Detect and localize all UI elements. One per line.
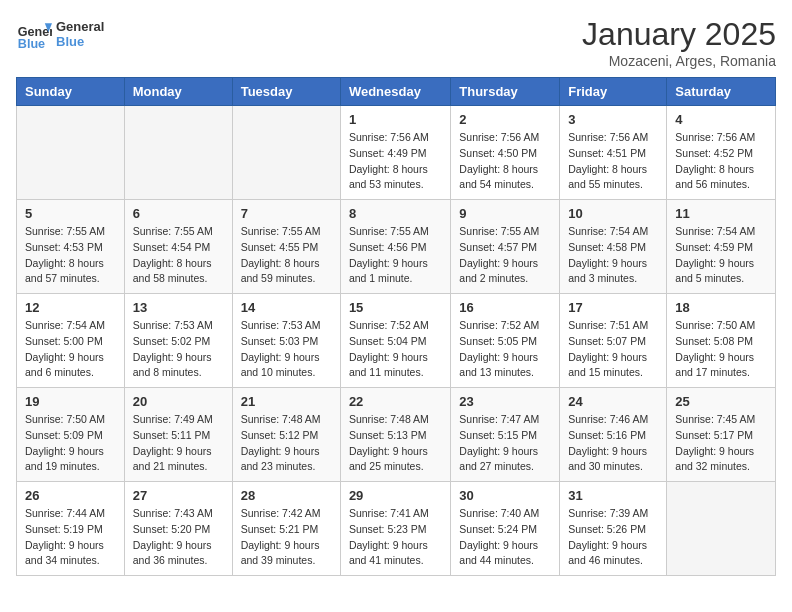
- calendar-cell: 14Sunrise: 7:53 AM Sunset: 5:03 PM Dayli…: [232, 294, 340, 388]
- calendar-week-row: 26Sunrise: 7:44 AM Sunset: 5:19 PM Dayli…: [17, 482, 776, 576]
- calendar-table: SundayMondayTuesdayWednesdayThursdayFrid…: [16, 77, 776, 576]
- day-number: 18: [675, 300, 767, 315]
- calendar-header-row: SundayMondayTuesdayWednesdayThursdayFrid…: [17, 78, 776, 106]
- day-info: Sunrise: 7:55 AM Sunset: 4:53 PM Dayligh…: [25, 224, 116, 287]
- day-number: 26: [25, 488, 116, 503]
- calendar-cell: 19Sunrise: 7:50 AM Sunset: 5:09 PM Dayli…: [17, 388, 125, 482]
- day-number: 30: [459, 488, 551, 503]
- day-number: 6: [133, 206, 224, 221]
- day-info: Sunrise: 7:52 AM Sunset: 5:04 PM Dayligh…: [349, 318, 442, 381]
- header-monday: Monday: [124, 78, 232, 106]
- calendar-cell: 30Sunrise: 7:40 AM Sunset: 5:24 PM Dayli…: [451, 482, 560, 576]
- calendar-cell: [667, 482, 776, 576]
- logo-general-text: General: [56, 19, 104, 34]
- svg-text:Blue: Blue: [18, 37, 45, 51]
- day-info: Sunrise: 7:48 AM Sunset: 5:12 PM Dayligh…: [241, 412, 332, 475]
- day-number: 16: [459, 300, 551, 315]
- header-sunday: Sunday: [17, 78, 125, 106]
- day-info: Sunrise: 7:54 AM Sunset: 4:58 PM Dayligh…: [568, 224, 658, 287]
- day-info: Sunrise: 7:50 AM Sunset: 5:08 PM Dayligh…: [675, 318, 767, 381]
- day-number: 25: [675, 394, 767, 409]
- day-info: Sunrise: 7:53 AM Sunset: 5:03 PM Dayligh…: [241, 318, 332, 381]
- calendar-cell: 15Sunrise: 7:52 AM Sunset: 5:04 PM Dayli…: [340, 294, 450, 388]
- day-number: 4: [675, 112, 767, 127]
- calendar-cell: 8Sunrise: 7:55 AM Sunset: 4:56 PM Daylig…: [340, 200, 450, 294]
- day-info: Sunrise: 7:51 AM Sunset: 5:07 PM Dayligh…: [568, 318, 658, 381]
- calendar-cell: 20Sunrise: 7:49 AM Sunset: 5:11 PM Dayli…: [124, 388, 232, 482]
- calendar-cell: 26Sunrise: 7:44 AM Sunset: 5:19 PM Dayli…: [17, 482, 125, 576]
- day-info: Sunrise: 7:44 AM Sunset: 5:19 PM Dayligh…: [25, 506, 116, 569]
- calendar-cell: [124, 106, 232, 200]
- day-info: Sunrise: 7:54 AM Sunset: 4:59 PM Dayligh…: [675, 224, 767, 287]
- day-number: 13: [133, 300, 224, 315]
- day-number: 3: [568, 112, 658, 127]
- day-number: 7: [241, 206, 332, 221]
- title-area: January 2025 Mozaceni, Arges, Romania: [582, 16, 776, 69]
- day-info: Sunrise: 7:52 AM Sunset: 5:05 PM Dayligh…: [459, 318, 551, 381]
- location-subtitle: Mozaceni, Arges, Romania: [582, 53, 776, 69]
- calendar-cell: 18Sunrise: 7:50 AM Sunset: 5:08 PM Dayli…: [667, 294, 776, 388]
- calendar-week-row: 1Sunrise: 7:56 AM Sunset: 4:49 PM Daylig…: [17, 106, 776, 200]
- calendar-cell: 4Sunrise: 7:56 AM Sunset: 4:52 PM Daylig…: [667, 106, 776, 200]
- calendar-cell: 17Sunrise: 7:51 AM Sunset: 5:07 PM Dayli…: [560, 294, 667, 388]
- day-info: Sunrise: 7:47 AM Sunset: 5:15 PM Dayligh…: [459, 412, 551, 475]
- calendar-cell: 29Sunrise: 7:41 AM Sunset: 5:23 PM Dayli…: [340, 482, 450, 576]
- month-title: January 2025: [582, 16, 776, 53]
- day-info: Sunrise: 7:40 AM Sunset: 5:24 PM Dayligh…: [459, 506, 551, 569]
- calendar-cell: 10Sunrise: 7:54 AM Sunset: 4:58 PM Dayli…: [560, 200, 667, 294]
- calendar-cell: 21Sunrise: 7:48 AM Sunset: 5:12 PM Dayli…: [232, 388, 340, 482]
- calendar-week-row: 12Sunrise: 7:54 AM Sunset: 5:00 PM Dayli…: [17, 294, 776, 388]
- day-number: 15: [349, 300, 442, 315]
- calendar-cell: 11Sunrise: 7:54 AM Sunset: 4:59 PM Dayli…: [667, 200, 776, 294]
- header-wednesday: Wednesday: [340, 78, 450, 106]
- calendar-cell: 2Sunrise: 7:56 AM Sunset: 4:50 PM Daylig…: [451, 106, 560, 200]
- day-number: 10: [568, 206, 658, 221]
- day-info: Sunrise: 7:48 AM Sunset: 5:13 PM Dayligh…: [349, 412, 442, 475]
- day-number: 27: [133, 488, 224, 503]
- calendar-cell: 25Sunrise: 7:45 AM Sunset: 5:17 PM Dayli…: [667, 388, 776, 482]
- calendar-cell: 22Sunrise: 7:48 AM Sunset: 5:13 PM Dayli…: [340, 388, 450, 482]
- logo: General Blue General Blue: [16, 16, 104, 52]
- day-info: Sunrise: 7:56 AM Sunset: 4:51 PM Dayligh…: [568, 130, 658, 193]
- day-number: 31: [568, 488, 658, 503]
- day-info: Sunrise: 7:50 AM Sunset: 5:09 PM Dayligh…: [25, 412, 116, 475]
- day-number: 14: [241, 300, 332, 315]
- day-info: Sunrise: 7:56 AM Sunset: 4:49 PM Dayligh…: [349, 130, 442, 193]
- logo-blue-text: Blue: [56, 34, 104, 49]
- day-info: Sunrise: 7:53 AM Sunset: 5:02 PM Dayligh…: [133, 318, 224, 381]
- day-info: Sunrise: 7:55 AM Sunset: 4:54 PM Dayligh…: [133, 224, 224, 287]
- header-friday: Friday: [560, 78, 667, 106]
- day-number: 22: [349, 394, 442, 409]
- day-number: 5: [25, 206, 116, 221]
- day-number: 17: [568, 300, 658, 315]
- header-thursday: Thursday: [451, 78, 560, 106]
- logo-icon: General Blue: [16, 16, 52, 52]
- day-number: 24: [568, 394, 658, 409]
- calendar-cell: 16Sunrise: 7:52 AM Sunset: 5:05 PM Dayli…: [451, 294, 560, 388]
- calendar-cell: 13Sunrise: 7:53 AM Sunset: 5:02 PM Dayli…: [124, 294, 232, 388]
- calendar-cell: 5Sunrise: 7:55 AM Sunset: 4:53 PM Daylig…: [17, 200, 125, 294]
- calendar-cell: 27Sunrise: 7:43 AM Sunset: 5:20 PM Dayli…: [124, 482, 232, 576]
- day-info: Sunrise: 7:56 AM Sunset: 4:50 PM Dayligh…: [459, 130, 551, 193]
- calendar-cell: 7Sunrise: 7:55 AM Sunset: 4:55 PM Daylig…: [232, 200, 340, 294]
- day-number: 20: [133, 394, 224, 409]
- day-info: Sunrise: 7:56 AM Sunset: 4:52 PM Dayligh…: [675, 130, 767, 193]
- day-info: Sunrise: 7:41 AM Sunset: 5:23 PM Dayligh…: [349, 506, 442, 569]
- day-info: Sunrise: 7:49 AM Sunset: 5:11 PM Dayligh…: [133, 412, 224, 475]
- day-number: 19: [25, 394, 116, 409]
- header-saturday: Saturday: [667, 78, 776, 106]
- calendar-cell: [17, 106, 125, 200]
- day-number: 9: [459, 206, 551, 221]
- day-info: Sunrise: 7:43 AM Sunset: 5:20 PM Dayligh…: [133, 506, 224, 569]
- calendar-cell: 31Sunrise: 7:39 AM Sunset: 5:26 PM Dayli…: [560, 482, 667, 576]
- calendar-week-row: 5Sunrise: 7:55 AM Sunset: 4:53 PM Daylig…: [17, 200, 776, 294]
- calendar-cell: 1Sunrise: 7:56 AM Sunset: 4:49 PM Daylig…: [340, 106, 450, 200]
- day-number: 2: [459, 112, 551, 127]
- day-number: 12: [25, 300, 116, 315]
- day-info: Sunrise: 7:55 AM Sunset: 4:56 PM Dayligh…: [349, 224, 442, 287]
- day-number: 29: [349, 488, 442, 503]
- day-number: 8: [349, 206, 442, 221]
- day-number: 1: [349, 112, 442, 127]
- header-tuesday: Tuesday: [232, 78, 340, 106]
- calendar-cell: 23Sunrise: 7:47 AM Sunset: 5:15 PM Dayli…: [451, 388, 560, 482]
